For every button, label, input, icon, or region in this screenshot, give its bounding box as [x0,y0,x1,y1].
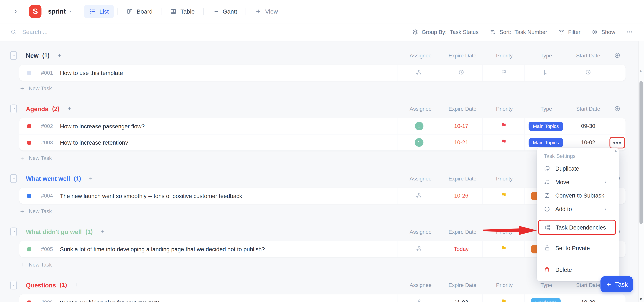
menu-item-set-to-private[interactable]: Set to Private [537,239,619,257]
type-cell[interactable] [524,65,567,81]
chevron-down-icon[interactable] [68,9,72,13]
more-options-button[interactable] [626,29,633,35]
type-badge[interactable]: Main Topics [529,138,563,147]
task-title[interactable]: The new launch went so smoothly -- tons … [60,192,398,199]
status-dot[interactable] [27,194,31,198]
priority-cell[interactable] [482,294,524,302]
expire-date-value[interactable]: 10-26 [454,193,468,199]
assignee-add-icon[interactable] [416,69,422,75]
assignee-cell[interactable] [398,294,440,302]
expire-date-value[interactable]: 10-21 [454,140,468,146]
menu-item-delete[interactable]: Delete [537,261,619,279]
menu-item-add-to[interactable]: Add to [537,202,619,216]
type-cell[interactable]: Hardware [524,294,567,302]
group-add-task-icon[interactable] [74,283,79,287]
expand-sidebar-icon[interactable] [11,8,17,15]
group-title[interactable]: What didn't go well [26,228,82,235]
task-row[interactable]: #001 How to use this template [19,65,626,81]
tab-board[interactable]: Board [122,5,158,18]
expire-date-cell[interactable] [440,65,482,81]
expire-date-value[interactable]: 10-17 [454,123,468,129]
expire-date-cell[interactable]: 11-03 [440,294,482,302]
status-dot[interactable] [27,71,31,75]
assignee-cell[interactable] [398,65,440,81]
expire-date-cell[interactable]: 10-21 [440,135,482,151]
start-date-icon[interactable] [585,69,591,75]
assignee-avatar[interactable]: 1 [414,138,423,147]
assignee-add-icon[interactable] [416,299,422,302]
task-row[interactable]: #002 How to increase passenger flow? 1 1… [19,118,626,134]
workspace-logo[interactable]: S [29,5,42,18]
status-dot[interactable] [27,300,31,302]
type-icon[interactable] [542,69,549,75]
priority-cell[interactable] [482,241,524,257]
tab-table[interactable]: Table [165,5,200,18]
task-row[interactable]: #005 Sunk a lot of time into developing … [19,241,626,257]
assignee-cell[interactable]: 1 [398,135,440,151]
task-row[interactable]: #004 The new launch went so smoothly -- … [19,188,626,204]
task-row[interactable]: #003 How to increase retention? 1 10-21 … [19,134,626,151]
priority-flag-icon[interactable] [500,192,507,200]
status-dot[interactable] [27,141,31,145]
filter-control[interactable]: Filter [558,29,580,35]
task-title[interactable]: What's our hiring plan for next quarter? [60,299,398,302]
group-add-task-icon[interactable] [67,106,72,111]
task-title[interactable]: How to use this template [60,69,398,76]
start-date-value[interactable]: 10-02 [581,140,595,146]
group-add-task-icon[interactable] [57,53,62,58]
sort-control[interactable]: Sort: Task Number [490,29,547,35]
add-task-button[interactable]: Task [600,276,633,293]
assignee-cell[interactable]: 1 [398,118,440,134]
task-title[interactable]: Sunk a lot of time into developing a lan… [60,246,398,252]
show-control[interactable]: Show [592,29,615,35]
priority-flag-icon[interactable] [500,122,507,130]
menu-item-task-dependencies[interactable]: Task Dependencies [538,220,616,235]
menu-item-move[interactable]: Move [537,175,619,189]
type-badge[interactable]: Hardware [531,298,560,302]
priority-flag-icon[interactable] [500,299,507,302]
task-row[interactable]: #006 What's our hiring plan for next qua… [19,294,626,302]
task-title[interactable]: How to increase retention? [60,139,398,146]
add-view-button[interactable]: View [256,8,278,15]
priority-flag-icon[interactable] [500,139,507,147]
priority-cell[interactable] [482,65,524,81]
group-add-task-icon[interactable] [100,229,105,234]
priority-cell[interactable] [482,135,524,151]
tab-list[interactable]: List [84,5,114,18]
group-add-task-icon[interactable] [88,176,93,181]
collapse-group-checkbox[interactable] [10,281,17,289]
type-cell[interactable]: Main Topics [524,118,567,134]
start-date-cell[interactable]: 10-20 [567,294,609,302]
add-column-button[interactable] [609,105,626,112]
menu-item-duplicate[interactable]: Duplicate [537,161,619,175]
status-dot[interactable] [27,124,31,128]
expire-date-icon[interactable] [458,69,464,75]
assignee-add-icon[interactable] [416,245,422,252]
group-by-control[interactable]: Group By: Task Status [412,29,478,35]
new-task-button[interactable]: New Task [20,81,644,96]
assignee-avatar[interactable]: 1 [414,122,423,130]
group-title[interactable]: What went well [26,175,70,182]
expire-date-cell[interactable]: 10-26 [440,188,482,204]
type-badge[interactable]: Main Topics [529,122,563,131]
start-date-value[interactable]: 09-30 [581,123,595,129]
status-dot[interactable] [27,247,31,251]
row-more-cell[interactable] [609,118,626,134]
start-date-cell[interactable]: 09-30 [567,118,609,134]
scrollbar-up-icon[interactable]: ▲ [639,69,642,72]
priority-flag-icon[interactable] [500,69,507,75]
task-title[interactable]: How to increase passenger flow? [60,123,398,129]
add-column-button[interactable] [609,52,626,59]
tab-gantt[interactable]: Gantt [208,5,242,18]
group-title[interactable]: Questions [26,282,56,289]
expire-date-cell[interactable]: 10-17 [440,118,482,134]
assignee-cell[interactable] [398,241,440,257]
collapse-group-checkbox[interactable] [10,104,17,113]
start-date-value[interactable]: 10-20 [581,299,595,302]
expire-date-cell[interactable]: Today [440,241,482,257]
workspace-name[interactable]: sprint [48,8,66,15]
start-date-cell[interactable] [567,65,609,81]
row-more-cell[interactable] [609,65,626,81]
assignee-cell[interactable] [398,188,440,204]
priority-flag-icon[interactable] [500,245,507,253]
